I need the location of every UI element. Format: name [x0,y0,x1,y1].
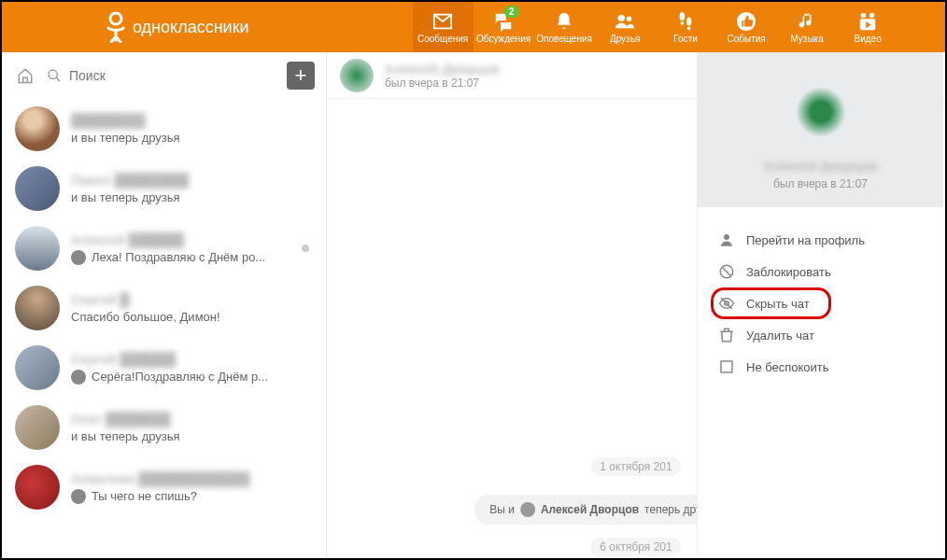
avatar [15,166,60,211]
envelope-icon [431,11,455,32]
panel-avatar[interactable] [785,77,856,147]
svg-point-3 [680,11,686,20]
ok-logo-icon [105,11,127,43]
chat-name: Анжелика ████████████ [71,471,313,486]
home-button[interactable] [13,63,37,88]
chat-header-avatar[interactable] [340,59,374,92]
search-input[interactable] [69,68,277,83]
chat-preview: Леха! Поздравляю с Днём ро... [71,250,313,265]
avatar [15,226,60,271]
nav-events[interactable]: События [716,2,777,52]
nav-messages[interactable]: Сообщения [413,2,474,52]
chat-preview: и вы теперь друзья [71,429,313,443]
svg-point-4 [686,17,692,25]
chat-item[interactable]: Павел ████████ и вы теперь друзья [2,159,326,218]
music-icon [795,11,819,32]
svg-point-6 [687,26,691,30]
svg-rect-21 [721,361,732,372]
svg-point-9 [869,12,875,18]
bell-icon [552,11,576,32]
friends-icon [613,11,637,32]
nav-discussions[interactable]: 2 Обсуждения [474,2,534,52]
brand-logo[interactable]: одноклассники [105,11,249,43]
menu-label: Скрыть чат [746,297,810,311]
nav-label: Оповещения [536,34,592,44]
nav-friends[interactable]: Друзья [595,2,656,52]
panel-status: был вчера в 21:07 [698,177,943,190]
search-wrap [47,68,277,83]
panel-profile-section: Алексей Дворцов был вчера в 21:07 [698,52,943,207]
search-icon [47,68,62,83]
conversations-sidebar: + ████████ и вы теперь друзья Павел ████… [2,52,327,558]
chat-item[interactable]: Сергей █ Спасибо большое, Димон! [2,278,326,338]
svg-point-0 [110,13,121,24]
video-icon [855,11,880,32]
chat-item[interactable]: Олег ███████ и вы теперь друзья [2,398,326,457]
nav-label: Видео [854,34,881,44]
chat-item[interactable]: Анжелика ████████████ Ты чего не спишь? [2,457,326,517]
menu-block[interactable]: Заблокировать [698,256,943,287]
svg-point-1 [618,14,625,21]
trash-icon [718,327,735,343]
avatar [15,345,60,390]
chat-preview: и вы теперь друзья [71,190,313,204]
svg-point-11 [49,70,57,78]
footprints-icon [673,11,698,32]
chat-preview: Ты чего не спишь? [71,489,313,504]
menu-goto-profile[interactable]: Перейти на профиль [698,224,943,256]
unread-dot [302,245,309,252]
new-chat-button[interactable]: + [287,62,315,90]
chat-list[interactable]: ████████ и вы теперь друзья Павел ██████… [2,99,326,558]
chat-preview: Серёга!Поздравляю с Днём р... [71,370,313,385]
menu-label: Заблокировать [746,265,831,279]
eye-off-icon [718,295,735,312]
sidebar-search-row: + [2,52,326,99]
menu-do-not-disturb[interactable]: Не беспокоить [698,351,943,383]
nav-label: Гости [673,34,697,44]
svg-point-2 [627,16,632,21]
dnd-icon [718,358,735,375]
block-icon [718,263,735,280]
chat-item[interactable]: Сергей ██████ Серёга!Поздравляю с Днём р… [2,338,326,398]
nav-music[interactable]: Музыка [777,2,838,52]
menu-label: Не беспокоить [746,360,829,374]
thumbs-up-icon [734,11,758,32]
menu-label: Удалить чат [746,329,814,343]
nav-video[interactable]: Видео [838,2,898,52]
chat-item[interactable]: Алексей ██████ Леха! Поздравляю с Днём р… [2,218,326,278]
menu-delete-chat[interactable]: Удалить чат [698,319,943,351]
avatar [15,405,60,450]
avatar [15,286,60,330]
top-navbar: одноклассники Сообщения 2 Обсуждения Опо… [2,2,945,52]
menu-label: Перейти на профиль [746,233,865,247]
chat-name: Сергей ██████ [71,352,313,367]
mini-avatar-icon [71,489,86,504]
nav-label: События [727,34,765,44]
panel-menu: Перейти на профиль Заблокировать Скрыть … [698,207,943,399]
chat-info-panel: Алексей Дворцов был вчера в 21:07 Перейт… [697,52,943,556]
mini-avatar-icon [520,502,535,517]
chat-item[interactable]: ████████ и вы теперь друзья [2,99,326,159]
nav-label: Друзья [610,34,640,44]
avatar [15,106,60,151]
panel-username: Алексей Дворцов [698,159,943,174]
nav-label: Сообщения [417,34,468,44]
discussions-badge: 2 [504,6,519,18]
nav-label: Музыка [790,34,823,44]
svg-point-8 [861,12,867,18]
nav-guests[interactable]: Гости [656,2,716,52]
mini-avatar-icon [71,370,86,385]
avatar [15,465,60,510]
chat-name: Алексей ██████ [71,232,313,247]
home-icon [17,67,34,84]
svg-point-5 [681,21,685,25]
profile-icon [718,231,735,248]
chat-preview: Спасибо большое, Димон! [71,310,313,324]
date-separator: 1 октября 201 [590,457,681,476]
menu-hide-chat[interactable]: Скрыть чат [698,287,943,319]
nav-notifications[interactable]: Оповещения [534,2,595,52]
nav-label: Обсуждения [476,34,530,44]
brand-name: одноклассники [133,18,249,37]
mini-avatar-icon [71,250,86,265]
nav-menu: Сообщения 2 Обсуждения Оповещения Друзья… [413,2,898,52]
